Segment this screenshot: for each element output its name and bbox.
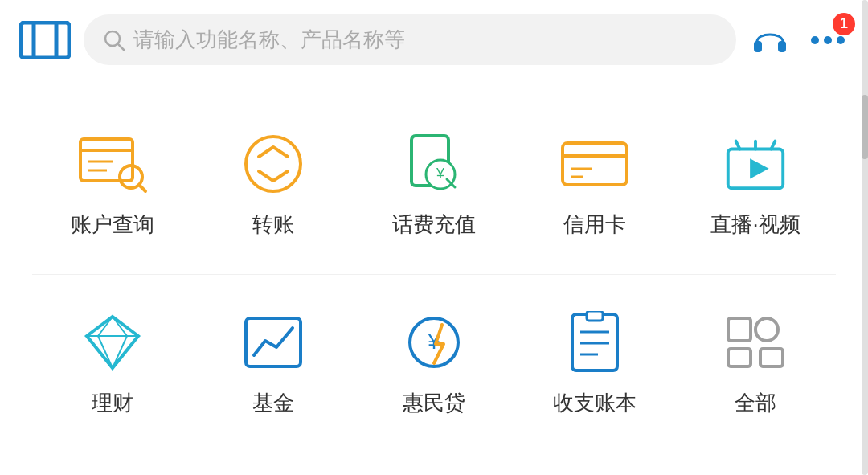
svg-text:¥: ¥ [436,166,445,182]
transfer-label: 转账 [252,211,294,239]
transfer-icon [237,132,309,196]
svg-point-16 [246,137,301,191]
ledger-label: 收支账本 [553,389,637,417]
live-video-item[interactable]: 直播·视频 [675,113,836,258]
account-query-icon [76,132,149,196]
fund-label: 基金 [252,389,294,417]
topup-item[interactable]: ¥ 话费充值 [354,113,514,258]
svg-rect-6 [778,41,786,52]
svg-marker-29 [750,158,768,178]
live-video-label: 直播·视频 [710,211,800,239]
transfer-item[interactable]: 转账 [193,113,354,258]
svg-rect-43 [587,311,603,321]
svg-rect-46 [728,349,751,366]
fund-item[interactable]: 基金 [193,291,354,436]
svg-point-8 [824,36,832,44]
all-icon [719,310,792,375]
notification-badge: 1 [833,13,855,35]
credit-card-item[interactable]: 信用卡 [514,113,675,258]
svg-rect-0 [21,23,69,58]
svg-rect-21 [563,143,627,185]
credit-card-icon [559,132,631,196]
ledger-icon [559,310,631,375]
svg-point-7 [811,36,819,44]
header: 请输入功能名称、产品名称等 1 [0,0,868,80]
svg-rect-10 [80,139,133,181]
finance-item[interactable]: 理财 [32,291,193,436]
headphone-icon[interactable] [749,19,791,61]
finance-icon [76,310,149,375]
icon-grid-row2: 理财 基金 ¥ 惠民贷 [0,275,868,452]
topup-label: 话费充值 [392,211,476,239]
search-bar[interactable]: 请输入功能名称、产品名称等 [84,14,736,65]
svg-point-45 [755,318,778,341]
header-icons: 1 [749,19,849,61]
svg-rect-36 [246,318,301,366]
all-label: 全部 [735,389,776,417]
svg-line-4 [118,44,124,50]
svg-point-9 [837,36,845,44]
main-content: 账户查询 转账 ¥ 话费充值 [0,80,868,469]
logo-icon[interactable] [19,21,71,59]
svg-rect-5 [754,41,762,52]
svg-line-15 [139,185,145,191]
loan-item[interactable]: ¥ 惠民贷 [354,291,514,436]
account-query-label: 账户查询 [71,211,154,239]
loan-label: 惠民贷 [403,389,465,417]
account-query-item[interactable]: 账户查询 [32,113,193,258]
fund-icon [237,310,309,375]
loan-icon: ¥ [398,310,470,375]
ledger-item[interactable]: 收支账本 [514,291,675,436]
credit-card-label: 信用卡 [563,211,626,239]
scrollbar-thumb[interactable] [862,95,868,159]
search-icon [103,29,125,51]
topup-icon: ¥ [398,132,470,196]
more-icon-wrapper[interactable]: 1 [807,19,849,61]
svg-marker-30 [87,317,138,368]
svg-rect-44 [728,318,751,341]
svg-rect-47 [760,349,783,366]
search-placeholder-text: 请输入功能名称、产品名称等 [133,26,405,54]
finance-label: 理财 [92,389,133,417]
scrollbar[interactable] [862,0,868,475]
icon-grid-row1: 账户查询 转账 ¥ 话费充值 [0,96,868,274]
live-video-icon [719,132,792,196]
all-item[interactable]: 全部 [675,291,836,436]
svg-marker-31 [87,317,138,336]
